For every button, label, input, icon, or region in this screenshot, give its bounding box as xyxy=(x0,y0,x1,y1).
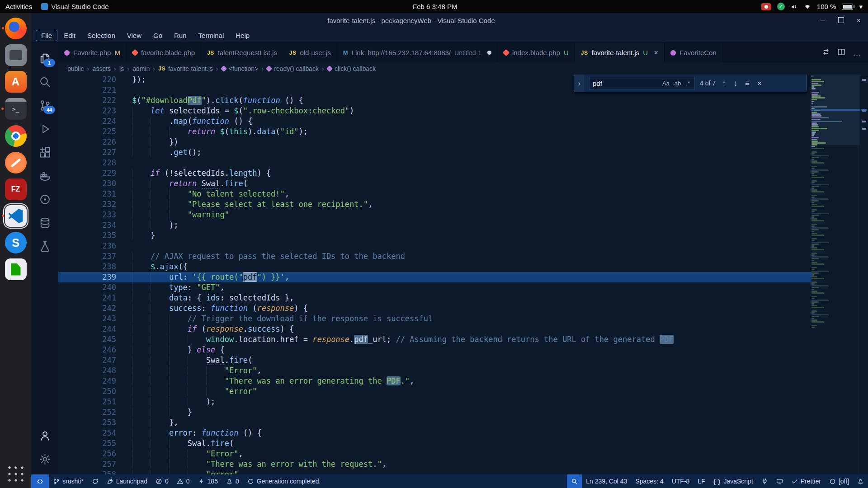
clock[interactable]: Feb 6 3:48 PM xyxy=(413,3,457,10)
code-line-content[interactable]: "There was an error with the request.", xyxy=(128,459,811,469)
line-number[interactable]: 242 xyxy=(58,303,128,314)
extensions-activity-button[interactable] xyxy=(31,141,58,164)
show-applications-button[interactable] xyxy=(6,465,25,483)
settings-activity-button[interactable] xyxy=(31,447,58,471)
breadcrumb-item[interactable]: ready() callback xyxy=(267,65,319,72)
line-number[interactable]: 230 xyxy=(58,178,128,189)
code-line-content[interactable]: }) xyxy=(128,137,811,147)
remote-status[interactable] xyxy=(31,474,49,488)
cursor-position-status[interactable]: Ln 239, Col 43 xyxy=(582,474,631,488)
line-number[interactable]: 245 xyxy=(58,334,128,345)
close-button[interactable]: × xyxy=(857,17,861,25)
remmina-dock-item[interactable] xyxy=(4,151,28,174)
code-line-content[interactable]: } else { xyxy=(128,345,811,355)
code-line-content[interactable]: "Error", xyxy=(128,366,811,376)
compare-changes-button[interactable] xyxy=(822,48,830,58)
line-number[interactable]: 225 xyxy=(58,127,128,137)
code-line-content[interactable]: Swal.fire( xyxy=(128,438,811,449)
remote-targets-activity-button[interactable] xyxy=(31,188,58,211)
code-line-content[interactable]: } xyxy=(128,230,811,241)
tab-old-user.js[interactable]: JSold-user.js xyxy=(283,43,337,62)
menu-terminal[interactable]: Terminal xyxy=(193,30,230,41)
code-line-content[interactable]: // AJAX request to pass the selected IDs… xyxy=(128,251,811,262)
breadcrumb-item[interactable]: click() callback xyxy=(327,65,376,72)
code-line-content[interactable]: } xyxy=(128,407,811,418)
line-number[interactable]: 222 xyxy=(58,95,128,106)
breadcrumb-item[interactable]: admin xyxy=(132,65,150,72)
code-line-content[interactable]: ); xyxy=(128,220,811,230)
line-number[interactable]: 249 xyxy=(58,376,128,386)
line-number[interactable]: 252 xyxy=(58,407,128,418)
bell-count-status[interactable]: 0 xyxy=(222,474,243,488)
code-line-content[interactable] xyxy=(128,158,811,168)
code-line-content[interactable]: .get(); xyxy=(128,147,811,158)
line-number[interactable]: 240 xyxy=(58,282,128,293)
run-debug-activity-button[interactable] xyxy=(31,117,58,141)
code-line-content[interactable]: "error" xyxy=(128,386,811,397)
menu-file[interactable]: File xyxy=(36,30,57,41)
menu-view[interactable]: View xyxy=(122,30,147,41)
libreoffice-dock-item[interactable] xyxy=(4,258,28,281)
match-case-toggle[interactable]: Aa xyxy=(661,78,671,89)
find-input[interactable]: pdf Aa ab .* xyxy=(589,77,695,90)
line-number[interactable]: 238 xyxy=(58,262,128,272)
line-number[interactable]: 233 xyxy=(58,210,128,220)
warnings-status[interactable]: 0 xyxy=(173,474,194,488)
breadcrumb-item[interactable]: assets xyxy=(93,65,111,72)
line-number[interactable]: 229 xyxy=(58,168,128,178)
zap-count-status[interactable]: 185 xyxy=(194,474,222,488)
find-close-button[interactable]: × xyxy=(756,78,763,89)
code-line-content[interactable]: url: '{{ route("pdf") }}', xyxy=(128,272,811,282)
code-line-content[interactable]: let selectedIds = $(".row-checkbox:check… xyxy=(128,106,811,116)
filezilla-dock-item[interactable]: FZ xyxy=(4,178,28,201)
minimap[interactable] xyxy=(811,75,860,474)
line-number[interactable]: 221 xyxy=(58,85,128,95)
line-number[interactable]: 237 xyxy=(58,251,128,262)
database-activity-button[interactable] xyxy=(31,211,58,235)
accounts-activity-button[interactable] xyxy=(31,424,58,447)
code-line-content[interactable]: ); xyxy=(128,397,811,407)
recorder-status[interactable]: [off] xyxy=(825,474,853,488)
line-number[interactable]: 246 xyxy=(58,345,128,355)
code-line-content[interactable]: }, xyxy=(128,418,811,428)
code-line-content[interactable]: window.location.href = response.pdf_url;… xyxy=(128,334,811,345)
breadcrumb-item[interactable]: JSfavorite-talent.js xyxy=(158,65,213,72)
menu-go[interactable]: Go xyxy=(148,30,168,41)
chrome-dock-item[interactable] xyxy=(4,124,28,148)
breadcrumb[interactable]: public›assets›js›admin›JSfavorite-talent… xyxy=(58,62,868,75)
line-number[interactable]: 228 xyxy=(58,158,128,168)
code-line-content[interactable]: $("#downloadPdf").click(function () { xyxy=(128,95,811,106)
encoding-status[interactable]: UTF-8 xyxy=(668,474,694,488)
code-line-content[interactable]: success: function (response) { xyxy=(128,303,811,314)
breadcrumb-item[interactable]: <function> xyxy=(222,65,258,72)
more-actions-button[interactable]: … xyxy=(853,48,861,57)
tab-favoritecon[interactable]: FavoriteCon xyxy=(665,43,723,62)
code-line-content[interactable]: "Please select at least one recipient.", xyxy=(128,199,811,210)
line-number[interactable]: 223 xyxy=(58,106,128,116)
title-bar[interactable]: favorite-talent.js - peckagencyWeb - Vis… xyxy=(31,13,868,28)
code-line-content[interactable]: if (response.success) { xyxy=(128,324,811,334)
code-line-content[interactable]: // Trigger the download if the response … xyxy=(128,314,811,324)
screencast-status[interactable] xyxy=(772,474,787,488)
testing-activity-button[interactable] xyxy=(31,235,58,258)
notifications-status[interactable] xyxy=(853,474,868,488)
source-control-activity-button[interactable]: 44 xyxy=(31,94,58,117)
code-line-content[interactable]: .map(function () { xyxy=(128,116,811,127)
prettier-status[interactable]: Prettier xyxy=(787,474,825,488)
explorer-activity-button[interactable]: 1 xyxy=(31,47,58,70)
eol-status[interactable]: LF xyxy=(693,474,709,488)
line-number[interactable]: 234 xyxy=(58,220,128,230)
code-line-content[interactable]: if (!selectedIds.length) { xyxy=(128,168,811,178)
whole-word-toggle[interactable]: ab xyxy=(673,78,682,89)
tab-talentrequestlist.js[interactable]: JStalentRequestList.js xyxy=(201,43,283,62)
language-mode-status[interactable]: { }JavaScript xyxy=(709,474,757,488)
activities-button[interactable]: Activities xyxy=(5,3,32,10)
code-line-content[interactable] xyxy=(128,241,811,251)
firefox-dock-item[interactable] xyxy=(4,17,28,40)
docker-activity-button[interactable] xyxy=(31,164,58,188)
tab-link-http-165.232.187.64-8083-[interactable]: MLink: http://165.232.187.64:8083/Untitl… xyxy=(337,43,498,62)
code-line-content[interactable]: "No talent selected!", xyxy=(128,189,811,199)
breadcrumb-item[interactable]: public xyxy=(67,65,84,72)
code-line-content[interactable]: $.ajax({ xyxy=(128,262,811,272)
code-line-content[interactable]: Swal.fire( xyxy=(128,355,811,366)
